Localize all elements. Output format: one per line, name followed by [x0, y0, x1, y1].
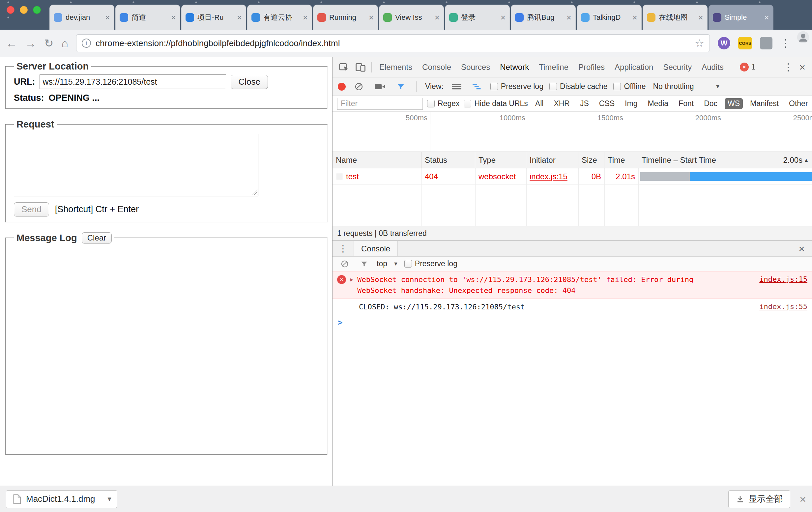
- minimize-window-button[interactable]: [20, 6, 28, 14]
- browser-tab[interactable]: 简道×: [115, 5, 180, 30]
- browser-tab[interactable]: Running×: [313, 5, 378, 30]
- network-filter-type-font[interactable]: Font: [675, 98, 697, 109]
- download-item-menu-icon[interactable]: ▼: [102, 490, 117, 508]
- forward-button[interactable]: →: [25, 37, 36, 49]
- console-error-badge[interactable]: × 1: [740, 63, 756, 71]
- throttling-select[interactable]: No throttling: [653, 82, 694, 91]
- show-all-downloads-button[interactable]: 显示全部: [728, 490, 790, 508]
- profile-avatar[interactable]: [797, 31, 809, 43]
- execution-context-select[interactable]: top: [377, 259, 387, 268]
- checkbox-icon[interactable]: [464, 100, 471, 108]
- browser-tab[interactable]: Simple×: [708, 5, 774, 30]
- devtools-tab-sources[interactable]: Sources: [456, 57, 495, 77]
- record-button[interactable]: [338, 83, 346, 91]
- devtools-tab-audits[interactable]: Audits: [697, 57, 729, 77]
- ws-url-input[interactable]: [39, 74, 226, 89]
- tab-close-icon[interactable]: ×: [237, 13, 242, 22]
- tab-close-icon[interactable]: ×: [698, 13, 703, 22]
- disable-cache-checkbox[interactable]: Disable cache: [549, 82, 607, 91]
- column-header-size[interactable]: Size: [578, 152, 604, 168]
- devtools-tab-elements[interactable]: Elements: [374, 57, 417, 77]
- devtools-tab-security[interactable]: Security: [658, 57, 697, 77]
- fullscreen-window-button[interactable]: [33, 6, 41, 14]
- browser-tab[interactable]: 在线地图×: [643, 5, 707, 30]
- devtools-close-icon[interactable]: ×: [799, 62, 805, 72]
- column-header-time[interactable]: Time: [604, 152, 638, 168]
- devtools-tab-console[interactable]: Console: [417, 57, 456, 77]
- inspect-element-icon[interactable]: [336, 62, 352, 73]
- extension-gray-icon[interactable]: [760, 37, 773, 50]
- clear-network-icon[interactable]: [352, 82, 366, 91]
- browser-menu-icon[interactable]: ⋮: [780, 38, 791, 49]
- clear-console-icon[interactable]: [338, 260, 352, 268]
- tab-close-icon[interactable]: ×: [435, 13, 440, 22]
- checkbox-icon[interactable]: [404, 260, 412, 268]
- tab-close-icon[interactable]: ×: [369, 13, 374, 22]
- close-connection-button[interactable]: Close: [231, 75, 268, 89]
- offline-checkbox[interactable]: Offline: [613, 82, 645, 91]
- console-preserve-log-label[interactable]: Preserve log: [415, 259, 457, 268]
- close-window-button[interactable]: [7, 6, 14, 14]
- expand-icon[interactable]: ▶: [350, 276, 353, 283]
- list-view-icon[interactable]: [450, 83, 464, 90]
- checkbox-icon[interactable]: [549, 83, 557, 90]
- devtools-menu-icon[interactable]: ⋮: [783, 62, 793, 72]
- network-filter-type-js[interactable]: JS: [577, 98, 592, 109]
- network-filter-type-all[interactable]: All: [532, 98, 547, 109]
- tab-close-icon[interactable]: ×: [567, 13, 572, 22]
- network-filter-input[interactable]: [337, 98, 423, 110]
- page-info-icon[interactable]: i: [82, 38, 91, 48]
- devtools-tab-profiles[interactable]: Profiles: [573, 57, 610, 77]
- browser-tab[interactable]: 登录×: [445, 5, 510, 30]
- address-bar[interactable]: i chrome-extension://pfdhoblngboilpfeibd…: [76, 34, 710, 52]
- regex-label[interactable]: Regex: [438, 99, 459, 108]
- hide-data-urls-label[interactable]: Hide data URLs: [474, 99, 528, 108]
- network-filter-type-other[interactable]: Other: [786, 98, 811, 109]
- network-filter-type-doc[interactable]: Doc: [701, 98, 720, 109]
- console-drawer-tab[interactable]: Console: [354, 241, 398, 256]
- offline-label[interactable]: Offline: [624, 82, 645, 91]
- device-toolbar-icon[interactable]: [352, 62, 369, 73]
- network-filter-type-css[interactable]: CSS: [596, 98, 617, 109]
- browser-tab[interactable]: TalkingD×: [577, 5, 642, 30]
- console-preserve-log-checkbox[interactable]: Preserve log: [404, 259, 457, 268]
- request-textarea[interactable]: [14, 134, 258, 197]
- download-item-main[interactable]: MacDict1.4.1.dmg: [6, 490, 102, 508]
- drawer-close-icon[interactable]: ×: [799, 243, 805, 254]
- network-filter-type-media[interactable]: Media: [645, 98, 671, 109]
- bookmark-star-icon[interactable]: ☆: [695, 38, 704, 49]
- browser-tab[interactable]: dev.jian×: [50, 5, 114, 30]
- preserve-log-label[interactable]: Preserve log: [501, 82, 544, 91]
- tab-close-icon[interactable]: ×: [303, 13, 308, 22]
- network-filter-type-img[interactable]: Img: [622, 98, 640, 109]
- network-request-row[interactable]: test 404 websocket index.js:15 0B 2.01s: [332, 168, 812, 185]
- browser-tab[interactable]: View Iss×: [379, 5, 444, 30]
- url-text[interactable]: chrome-extension://pfdhoblngboilpfeibded…: [95, 38, 690, 49]
- back-button[interactable]: ←: [6, 37, 17, 49]
- console-filter-icon[interactable]: [357, 260, 371, 268]
- regex-checkbox[interactable]: Regex: [427, 99, 459, 108]
- network-filter-type-ws[interactable]: WS: [725, 98, 743, 109]
- disable-cache-label[interactable]: Disable cache: [560, 82, 607, 91]
- column-header-initiator[interactable]: Initiator: [526, 152, 578, 168]
- tab-close-icon[interactable]: ×: [500, 13, 505, 22]
- browser-tab[interactable]: 项目-Ru×: [181, 5, 246, 30]
- extension-cors-icon[interactable]: CORS: [738, 37, 752, 50]
- download-bar-close-icon[interactable]: ×: [800, 493, 806, 505]
- console-prompt[interactable]: >: [332, 315, 812, 330]
- preserve-log-checkbox[interactable]: Preserve log: [490, 82, 544, 91]
- network-filter-type-manifest[interactable]: Manifest: [747, 98, 782, 109]
- tab-close-icon[interactable]: ×: [764, 13, 769, 22]
- context-dropdown-icon[interactable]: ▼: [393, 261, 399, 267]
- devtools-tab-timeline[interactable]: Timeline: [534, 57, 573, 77]
- devtools-tab-application[interactable]: Application: [610, 57, 658, 77]
- column-header-type[interactable]: Type: [475, 152, 526, 168]
- column-header-status[interactable]: Status: [422, 152, 475, 168]
- column-header-name[interactable]: Name: [332, 152, 422, 168]
- filter-icon[interactable]: [394, 82, 408, 91]
- checkbox-icon[interactable]: [490, 83, 498, 90]
- screenshot-capture-icon[interactable]: [372, 83, 388, 91]
- download-item[interactable]: MacDict1.4.1.dmg ▼: [6, 490, 117, 508]
- throttling-dropdown-icon[interactable]: ▼: [715, 83, 721, 90]
- checkbox-icon[interactable]: [613, 83, 621, 90]
